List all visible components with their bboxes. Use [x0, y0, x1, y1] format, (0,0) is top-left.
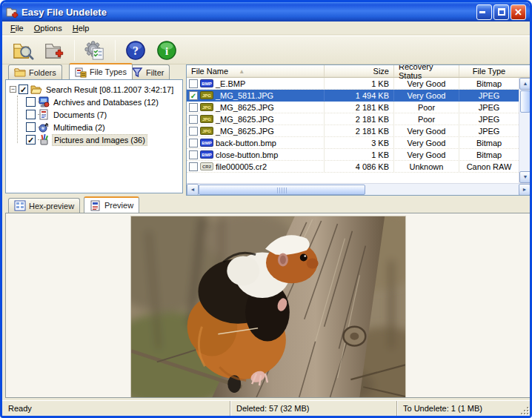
tree-guide: [38, 139, 45, 140]
maximize-button[interactable]: [493, 4, 509, 20]
column-header-file-name[interactable]: File Name ▲: [187, 65, 325, 77]
file-size: 2 181 KB: [325, 125, 394, 136]
file-size: 2 181 KB: [325, 113, 394, 125]
file-name: _MG_8625.JPG: [216, 127, 274, 136]
preview-image-guinea-pig: [130, 216, 406, 398]
jpg-file-icon: JPG: [200, 115, 213, 123]
status-bar: Ready Deleted: 57 (32 MB) To Undelete: 1…: [2, 400, 530, 416]
horizontal-scroll-thumb[interactable]: [199, 185, 365, 195]
tab-filter-label: Filter: [146, 68, 164, 77]
app-icon: [6, 6, 19, 18]
resize-grip[interactable]: [519, 405, 528, 414]
file-size: 2 181 KB: [325, 102, 394, 113]
file-type: JPEG: [459, 113, 519, 125]
file-row-0[interactable]: BMP_E.BMP1 KBVery GoodBitmap: [187, 78, 519, 90]
file-size: 3 KB: [325, 137, 394, 148]
file-checkbox[interactable]: [189, 127, 198, 136]
file-row-4[interactable]: JPG_MG_8625.JPG2 181 KBVery GoodJPEG: [187, 125, 519, 137]
close-button[interactable]: ✕: [511, 4, 526, 20]
tree-item-label: Pictures and Images (36): [52, 134, 147, 146]
bmp-file-icon: BMP: [200, 139, 213, 147]
column-header-recovery-status[interactable]: Recovery Status: [394, 65, 459, 77]
file-checkbox[interactable]: [189, 139, 198, 147]
about-button[interactable]: i: [153, 38, 180, 63]
file-name: _MG_5811.JPG: [216, 91, 273, 100]
tree-item-3[interactable]: Multimedia (2): [26, 121, 182, 133]
scroll-down-button[interactable]: ▼: [519, 171, 531, 183]
recovery-status: Very Good: [394, 125, 459, 136]
tree-collapse-toggle[interactable]: −: [10, 86, 16, 93]
file-checkbox[interactable]: [189, 115, 198, 124]
tree-guide: [38, 102, 45, 102]
help-button[interactable]: ?: [122, 38, 149, 63]
file-name: _MG_8625.JPG: [216, 103, 274, 112]
scroll-up-button[interactable]: ▲: [519, 78, 531, 90]
file-row-1[interactable]: ✓JPG_MG_5811.JPG1 494 KBVery GoodJPEG: [187, 90, 519, 102]
file-row-3[interactable]: JPG_MG_8625.JPG2 181 KBPoorJPEG: [187, 113, 519, 125]
file-checkbox[interactable]: [189, 150, 198, 159]
tree-item-label: Archives and Databases (12): [52, 97, 160, 107]
tree-item-label: Documents (7): [52, 110, 108, 120]
tree-checkbox[interactable]: ✓: [26, 135, 36, 145]
file-name: close-button.bmp: [216, 150, 278, 159]
menu-options[interactable]: Options: [29, 23, 67, 33]
tree-item-2[interactable]: Documents (7): [26, 108, 182, 121]
tab-preview[interactable]: Preview: [84, 196, 139, 213]
file-type: JPEG: [459, 90, 519, 101]
file-type: Canon RAW: [459, 161, 519, 172]
tab-file-types[interactable]: File Types: [69, 63, 133, 79]
tab-hex-preview[interactable]: Hex-preview: [8, 198, 80, 213]
menu-help[interactable]: Help: [67, 23, 95, 33]
tab-hex-preview-label: Hex-preview: [29, 202, 74, 210]
status-ready: Ready: [2, 401, 230, 416]
file-row-6[interactable]: BMPclose-button.bmp1 KBVery GoodBitmap: [187, 149, 519, 161]
status-deleted: Deleted: 57 (32 MB): [230, 401, 397, 416]
tree-checkbox[interactable]: [26, 110, 36, 119]
filter-funnel-icon: [131, 67, 143, 78]
file-checkbox[interactable]: ✓: [189, 91, 198, 100]
title-bar[interactable]: Easy File Undelete ✕: [2, 2, 530, 21]
file-name: back-button.bmp: [216, 139, 276, 147]
scan-folder-button[interactable]: [10, 38, 36, 63]
file-checkbox[interactable]: [189, 103, 198, 112]
svg-text:i: i: [165, 44, 168, 56]
file-checkbox[interactable]: [189, 162, 198, 171]
file-row-7[interactable]: CR2file000005.cr24 086 KBUnknownCanon RA…: [187, 161, 519, 173]
file-type: Bitmap: [459, 149, 519, 160]
file-checkbox[interactable]: [189, 79, 198, 88]
column-header-file-type[interactable]: File Type: [459, 65, 519, 77]
sort-ascending-icon: ▲: [239, 68, 245, 75]
preview-panel: [5, 213, 531, 398]
file-name: _MG_8625.JPG: [216, 115, 274, 124]
scroll-right-button[interactable]: ►: [519, 184, 531, 196]
file-row-2[interactable]: JPG_MG_8625.JPG2 181 KBPoorJPEG: [187, 102, 519, 113]
folder-icon: [14, 67, 26, 78]
tab-preview-label: Preview: [104, 201, 133, 210]
recover-button[interactable]: [41, 38, 67, 63]
app-window: Easy File Undelete ✕ File Options Help: [0, 0, 532, 418]
menu-bar: File Options Help: [2, 21, 530, 35]
minimize-button[interactable]: [476, 4, 492, 20]
tree-checkbox[interactable]: ✓: [19, 84, 28, 94]
vertical-scrollbar[interactable]: ▲ ▼: [519, 78, 531, 183]
scroll-left-button[interactable]: ◄: [187, 184, 199, 196]
file-type: JPEG: [459, 125, 519, 136]
options-button[interactable]: [82, 38, 108, 63]
column-header-size[interactable]: Size: [325, 65, 394, 77]
menu-file[interactable]: File: [5, 23, 29, 33]
tree-checkbox[interactable]: [26, 122, 36, 132]
horizontal-scrollbar[interactable]: ◄ ►: [187, 183, 531, 195]
vertical-scroll-thumb[interactable]: [520, 90, 531, 113]
preview-doc-icon: [90, 200, 102, 211]
tree-item-4[interactable]: ✓Pictures and Images (36): [26, 133, 182, 146]
tree-item-0[interactable]: −✓Search Result [08.11.2007 3:42:17]: [10, 83, 182, 96]
info-icon: i: [156, 40, 177, 61]
gear-checklist-icon: [84, 40, 106, 61]
file-row-5[interactable]: BMPback-button.bmp3 KBVery GoodBitmap: [187, 137, 519, 149]
tree-checkbox[interactable]: [26, 97, 36, 107]
status-to-undelete: To Undelete: 1 (1 MB): [397, 401, 530, 416]
tree-item-1[interactable]: Archives and Databases (12): [26, 96, 182, 108]
file-type: Bitmap: [459, 78, 519, 89]
tab-folders[interactable]: Folders: [8, 64, 62, 79]
file-list-body: BMP_E.BMP1 KBVery GoodBitmap✓JPG_MG_5811…: [187, 78, 519, 183]
